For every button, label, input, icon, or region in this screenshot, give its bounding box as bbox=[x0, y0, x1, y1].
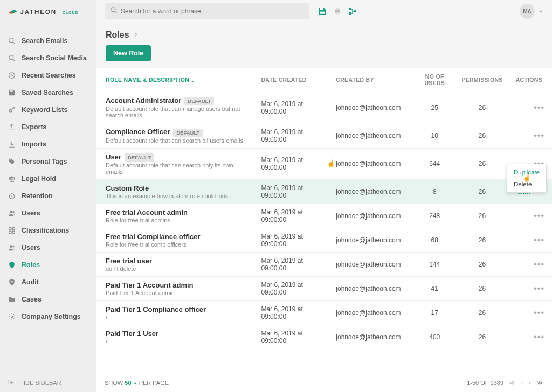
sidebar-item-recent-searches[interactable]: Recent Searches bbox=[0, 67, 96, 84]
sidebar-item-audit[interactable]: Audit bbox=[0, 274, 96, 291]
sidebar-item-label: Search Emails bbox=[22, 37, 67, 45]
sidebar-item-personal-tags[interactable]: Personal Tags bbox=[0, 153, 96, 170]
page-next-icon[interactable]: › bbox=[529, 379, 531, 387]
sidebar-item-label: Exports bbox=[22, 123, 47, 131]
perm-count: 26 bbox=[455, 325, 509, 349]
svg-rect-7 bbox=[336, 8, 340, 10]
table-row[interactable]: Free trial Compliance officerRole for fr… bbox=[96, 228, 552, 252]
svg-rect-4 bbox=[320, 8, 323, 10]
shield-icon bbox=[8, 261, 16, 269]
date-created: Mar 6, 2019 at 09:00:00 bbox=[254, 148, 329, 179]
role-description: Role for free trial comp officers bbox=[106, 241, 248, 248]
role-description: / bbox=[106, 338, 248, 345]
sidebar-item-company-settings[interactable]: Company Settings bbox=[0, 308, 96, 325]
sidebar-item-label: Classifications bbox=[22, 227, 69, 234]
svg-text:CLOUD: CLOUD bbox=[63, 10, 79, 15]
tag-icon bbox=[8, 157, 16, 166]
table-row[interactable]: Free trial userdon't deleteMar 6, 2019 a… bbox=[96, 252, 552, 276]
sidebar-item-users[interactable]: Users bbox=[0, 205, 96, 222]
more-actions-icon[interactable]: ••• bbox=[534, 308, 544, 317]
table-row[interactable]: Paid Tier 1 User/Mar 6, 2019 at 09:00:00… bbox=[96, 325, 552, 349]
sidebar-item-imports[interactable]: Imports bbox=[0, 136, 96, 153]
users-icon bbox=[8, 243, 16, 252]
sidebar-item-label: Legal Hold bbox=[22, 175, 56, 183]
perm-count: 26 bbox=[455, 276, 509, 300]
default-badge: DEFAULT bbox=[184, 97, 214, 105]
logo-icon: JATHEON CLOUD bbox=[8, 6, 85, 16]
save-search-icon[interactable] bbox=[318, 7, 327, 16]
audit-icon bbox=[8, 278, 16, 286]
more-actions-icon[interactable]: ••• bbox=[534, 211, 544, 220]
page-first-icon[interactable]: ≪ bbox=[509, 379, 516, 387]
breadcrumb: Roles bbox=[106, 30, 542, 40]
col-creator[interactable]: CREATED BY bbox=[329, 68, 414, 92]
search-input[interactable] bbox=[105, 3, 309, 19]
svg-point-2 bbox=[111, 8, 115, 12]
sidebar-item-roles[interactable]: Roles bbox=[0, 256, 96, 274]
menu-duplicate[interactable]: Duplicate bbox=[507, 166, 546, 178]
more-actions-icon[interactable]: ••• bbox=[534, 235, 544, 244]
hide-sidebar-button[interactable]: HIDE SIDEBAR bbox=[0, 373, 96, 392]
col-users[interactable]: NO OF USERS bbox=[414, 68, 455, 92]
svg-point-27 bbox=[12, 246, 15, 248]
page-prev-icon[interactable]: ‹ bbox=[521, 379, 523, 387]
search-icon bbox=[110, 6, 118, 16]
more-actions-icon[interactable]: ••• bbox=[534, 103, 544, 112]
sidebar-item-label: Personal Tags bbox=[22, 158, 67, 165]
col-perms[interactable]: PERMISSIONS bbox=[455, 68, 509, 92]
more-actions-icon[interactable]: ••• bbox=[534, 332, 544, 341]
history-icon bbox=[8, 71, 16, 80]
table-row[interactable]: Account AdministratorDEFAULTDefault acco… bbox=[96, 92, 552, 123]
per-page-select[interactable]: 50 bbox=[125, 380, 137, 386]
table-row[interactable]: UserDEFAULTDefault account role that can… bbox=[96, 148, 552, 179]
date-created: Mar 6, 2019 at 09:00:00 bbox=[254, 92, 329, 123]
table-row[interactable]: Free trial Account adminRole for free tr… bbox=[96, 204, 552, 228]
role-description: This is an example how custom role could… bbox=[106, 193, 248, 199]
more-actions-icon[interactable]: ••• bbox=[534, 260, 544, 269]
tree-icon[interactable] bbox=[348, 7, 357, 16]
perm-count: 26 bbox=[455, 204, 509, 228]
created-by: johndoe@jatheon.com bbox=[329, 252, 414, 276]
sidebar-item-legal-hold[interactable]: Legal Hold bbox=[0, 170, 96, 187]
print-icon[interactable] bbox=[333, 7, 342, 16]
menu-delete[interactable]: Delete bbox=[507, 178, 546, 190]
svg-line-3 bbox=[115, 11, 117, 13]
user-count: 248 bbox=[414, 204, 455, 228]
table-row[interactable]: Paid Tier 1 Compliance officer/Mar 6, 20… bbox=[96, 300, 552, 325]
sidebar-item-cases[interactable]: Cases bbox=[0, 291, 96, 308]
col-date[interactable]: DATE CREATED bbox=[254, 68, 329, 92]
date-created: Mar 6, 2019 at 09:00:00 bbox=[254, 325, 329, 349]
created-by: johndoe@jatheon.com bbox=[329, 148, 414, 179]
created-by: johndoe@jatheon.com bbox=[329, 300, 414, 325]
role-name: Paid Tier 1 User bbox=[106, 330, 158, 338]
sidebar-item-users[interactable]: Users bbox=[0, 239, 96, 256]
role-description: Default account role that can search all… bbox=[106, 137, 248, 144]
svg-point-28 bbox=[11, 281, 13, 283]
page-last-icon[interactable]: ≫ bbox=[536, 379, 543, 387]
key-icon bbox=[8, 106, 16, 114]
sidebar-item-saved-searches[interactable]: Saved Searches bbox=[0, 84, 96, 101]
sidebar-item-search-social-media[interactable]: Search Social Media bbox=[0, 50, 96, 67]
sidebar-item-exports[interactable]: Exports bbox=[0, 118, 96, 136]
more-actions-icon[interactable]: ••• bbox=[534, 131, 544, 140]
table-row[interactable]: Compliance OfficerDEFAULTDefault account… bbox=[96, 123, 552, 148]
sidebar-item-classifications[interactable]: Classifications bbox=[0, 222, 96, 239]
created-by: johndoe@jatheon.com bbox=[329, 325, 414, 349]
sidebar-item-search-emails[interactable]: Search Emails bbox=[0, 32, 96, 50]
created-by: johndoe@jatheon.com bbox=[329, 123, 414, 148]
user-menu[interactable]: MA bbox=[520, 4, 543, 19]
user-count: 8 bbox=[414, 179, 455, 204]
col-actions: ACTIONS bbox=[509, 68, 552, 92]
date-created: Mar 6, 2019 at 09:00:00 bbox=[254, 228, 329, 252]
sidebar-item-label: Users bbox=[22, 209, 40, 217]
save-icon bbox=[8, 88, 16, 97]
created-by: johndoe@jatheon.com bbox=[329, 276, 414, 300]
sidebar-item-keyword-lists[interactable]: Keyword Lists bbox=[0, 101, 96, 118]
col-name[interactable]: ROLE NAME & DESCRIPTION⌄ bbox=[96, 68, 254, 92]
new-role-button[interactable]: New Role bbox=[106, 45, 151, 61]
more-actions-icon[interactable]: ••• bbox=[534, 284, 544, 293]
table-row[interactable]: Custom RoleThis is an example how custom… bbox=[96, 179, 552, 204]
sidebar-item-retention[interactable]: Retention bbox=[0, 187, 96, 205]
search-field[interactable] bbox=[121, 8, 304, 15]
table-row[interactable]: Paid Tier 1 Account adminPaid Tier 1 Acc… bbox=[96, 276, 552, 300]
